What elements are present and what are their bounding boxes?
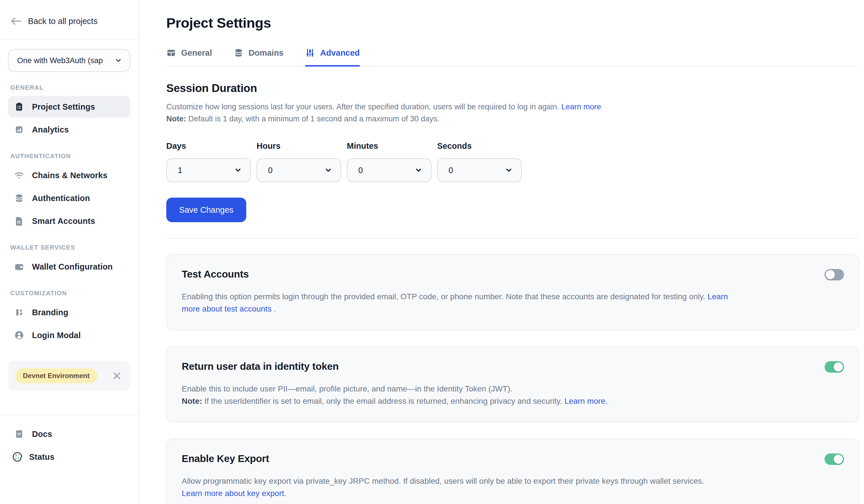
close-icon[interactable]: [112, 371, 122, 381]
hours-select[interactable]: 0: [256, 158, 341, 182]
content-divider: [166, 238, 860, 239]
docs-icon: [14, 429, 25, 440]
status-cookie-icon: [12, 452, 23, 462]
sidebar-divider: [0, 39, 138, 39]
tab-advanced[interactable]: Advanced: [305, 48, 360, 66]
brush-icon: [14, 307, 25, 318]
wallet-icon: [14, 261, 25, 272]
session-duration-section: Session Duration Customize how long sess…: [166, 82, 860, 239]
save-changes-button[interactable]: Save Changes: [166, 198, 246, 222]
project-selector-value: One with Web3Auth (sap: [17, 56, 103, 65]
tab-domains[interactable]: Domains: [234, 48, 284, 66]
sliders-icon: [305, 48, 315, 58]
sidebar-nav: GENERAL Project Settings: [8, 72, 130, 347]
back-to-projects-link[interactable]: Back to all projects: [8, 0, 130, 28]
page-title: Project Settings: [166, 15, 860, 31]
database-icon: [14, 193, 25, 204]
sidebar-item-chains-networks[interactable]: Chains & Networks: [8, 164, 130, 186]
minutes-field: Minutes 0: [347, 142, 431, 182]
sidebar: Back to all projects One with Web3Auth (…: [0, 0, 139, 504]
learn-more-link[interactable]: Learn more: [562, 102, 601, 111]
sidebar-item-label: Smart Accounts: [32, 217, 95, 226]
learn-more-identity-link[interactable]: Learn more.: [564, 397, 608, 405]
card-title: Return user data in identity token: [182, 361, 844, 372]
section-label-authentication: AUTHENTICATION: [10, 152, 128, 160]
sidebar-item-label: Chains & Networks: [32, 171, 107, 180]
section-label-customization: CUSTOMIZATION: [10, 290, 128, 297]
arrow-left-icon: [10, 16, 22, 26]
sidebar-footer-divider: [0, 415, 138, 415]
app-root: Back to all projects One with Web3Auth (…: [0, 0, 864, 504]
hours-label: Hours: [256, 142, 341, 151]
toggle-knob: [834, 362, 843, 371]
sidebar-item-branding[interactable]: Branding: [8, 302, 130, 323]
wifi-icon: [14, 170, 25, 181]
sidebar-item-label: Docs: [32, 429, 52, 439]
seconds-label: Seconds: [437, 142, 522, 151]
tab-general[interactable]: General: [166, 48, 212, 66]
session-description: Customize how long sessions last for you…: [166, 101, 860, 112]
duration-fields: Days 1 Hours 0: [166, 142, 860, 182]
minutes-select[interactable]: 0: [347, 158, 431, 182]
learn-more-key-export-link[interactable]: Learn more about key export.: [182, 488, 844, 500]
days-label: Days: [166, 142, 251, 151]
sidebar-item-docs[interactable]: Docs: [8, 423, 130, 445]
card-key-export: Enable Key Export Allow programmatic key…: [166, 439, 860, 504]
table-icon: [166, 48, 176, 58]
file-icon: [14, 216, 25, 226]
tab-label: Advanced: [320, 48, 360, 58]
card-test-accounts: Test Accounts Enabling this option permi…: [166, 254, 860, 330]
test-accounts-toggle[interactable]: [825, 269, 844, 280]
key-export-toggle[interactable]: [825, 453, 844, 465]
card-description: Enable this to include user PII—email, p…: [182, 383, 844, 407]
sidebar-footer: Docs Status: [8, 423, 130, 469]
tabs-bar: General Domains: [166, 48, 860, 66]
sidebar-item-status[interactable]: Status: [8, 446, 130, 468]
section-title: Session Duration: [166, 82, 860, 95]
tab-label: General: [181, 48, 212, 58]
section-label-wallet-services: WALLET SERVICES: [10, 244, 128, 251]
clipboard-icon: [14, 101, 25, 112]
sidebar-item-label: Login Modal: [32, 331, 81, 340]
sidebar-item-authentication[interactable]: Authentication: [8, 187, 130, 209]
sidebar-item-label: Authentication: [32, 194, 90, 203]
sidebar-item-analytics[interactable]: Analytics: [8, 119, 130, 140]
toggle-knob: [826, 270, 835, 279]
card-title: Enable Key Export: [182, 453, 844, 464]
minutes-label: Minutes: [347, 142, 431, 151]
card-description: Enabling this option permits login throu…: [182, 291, 745, 315]
chevron-down-icon: [324, 166, 333, 174]
sidebar-item-label: Project Settings: [32, 102, 95, 112]
toggle-knob: [834, 455, 843, 464]
chevron-down-icon: [505, 166, 513, 174]
days-field: Days 1: [166, 142, 251, 182]
sidebar-item-smart-accounts[interactable]: Smart Accounts: [8, 210, 130, 232]
card-identity-token: Return user data in identity token Enabl…: [166, 346, 860, 422]
environment-badge: Devnet Environment: [15, 368, 97, 383]
back-label: Back to all projects: [28, 16, 97, 26]
sidebar-item-label: Wallet Configuration: [32, 262, 113, 272]
chevron-down-icon: [114, 57, 122, 64]
seconds-select[interactable]: 0: [437, 158, 522, 182]
sidebar-item-project-settings[interactable]: Project Settings: [8, 96, 130, 118]
environment-banner: Devnet Environment: [8, 361, 130, 391]
seconds-field: Seconds 0: [437, 142, 522, 182]
bar-chart-icon: [14, 124, 25, 135]
card-title: Test Accounts: [182, 268, 844, 280]
user-icon: [14, 330, 25, 341]
tab-label: Domains: [249, 48, 284, 58]
session-note: Note: Default is 1 day, with a minimum o…: [166, 113, 860, 124]
sidebar-item-label: Status: [29, 452, 55, 462]
sidebar-item-label: Analytics: [32, 125, 69, 135]
database-icon: [234, 48, 243, 58]
days-select[interactable]: 1: [166, 158, 251, 182]
card-description: Allow programmatic key export via privat…: [182, 475, 844, 500]
sidebar-item-label: Branding: [32, 308, 68, 317]
hours-field: Hours 0: [256, 142, 341, 182]
section-label-general: GENERAL: [10, 84, 128, 91]
sidebar-item-wallet-configuration[interactable]: Wallet Configuration: [8, 256, 130, 278]
sidebar-item-login-modal[interactable]: Login Modal: [8, 324, 130, 346]
identity-token-toggle[interactable]: [825, 361, 844, 373]
project-selector[interactable]: One with Web3Auth (sap: [8, 49, 130, 72]
chevron-down-icon: [414, 166, 423, 174]
